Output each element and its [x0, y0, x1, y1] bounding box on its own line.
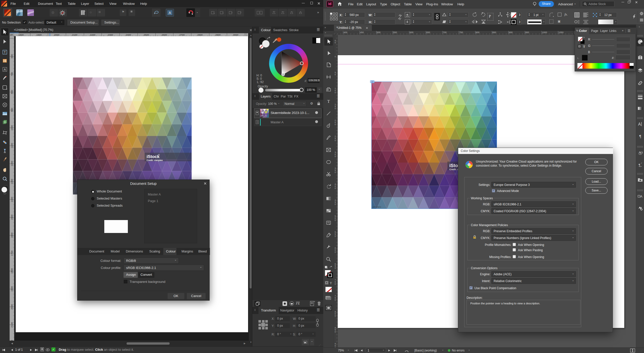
svg-text:Credit: cienpies: Credit: cienpies: [147, 159, 163, 162]
svg-text:A: A: [639, 151, 641, 154]
svg-text:A: A: [4, 68, 6, 71]
svg-text:T: T: [327, 99, 330, 104]
svg-text:T: T: [4, 51, 6, 54]
svg-text:iStock: iStock: [147, 154, 160, 159]
svg-text:¶: ¶: [639, 163, 640, 167]
svg-text:A: A: [638, 122, 641, 126]
svg-text:®: ®: [158, 154, 160, 156]
svg-text:A: A: [169, 11, 171, 15]
svg-text:A: A: [640, 194, 642, 198]
svg-text:¶: ¶: [639, 134, 641, 139]
svg-text:47717672: 47717672: [373, 206, 381, 208]
